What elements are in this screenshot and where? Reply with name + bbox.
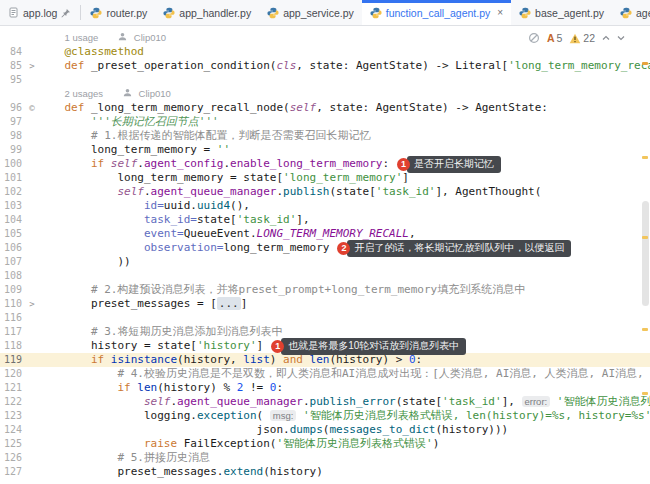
warning-count: 22: [583, 32, 595, 44]
code-text[interactable]: self.agent_queue_manager.publish_error(s…: [38, 395, 650, 409]
code-text[interactable]: logging.exception( msg: '智能体历史消息列表格式错误, …: [38, 409, 650, 423]
tab-app_service-py[interactable]: app_service.py: [259, 0, 362, 25]
code-token: if: [91, 353, 111, 366]
tab-app-log[interactable]: app.log: [0, 0, 79, 25]
code-text[interactable]: [38, 73, 650, 87]
code-text[interactable]: [38, 269, 650, 283]
code-token: observation=: [144, 241, 223, 254]
editor-tab-bar: app.logrouter.pyapp_handler.pyapp_servic…: [0, 0, 650, 26]
line-number[interactable]: 98: [0, 129, 26, 143]
code-token: len: [137, 381, 157, 394]
line-number[interactable]: 100: [0, 157, 26, 171]
tab-base_agent-py[interactable]: base_agent.py: [511, 0, 612, 25]
code-text[interactable]: def _long_term_memory_recall_node(self, …: [38, 101, 650, 115]
line-number[interactable]: 105: [0, 227, 26, 241]
stripe-mark[interactable]: [642, 62, 648, 65]
line-number[interactable]: 106: [0, 241, 26, 255]
line-number[interactable]: 99: [0, 143, 26, 157]
stripe-mark[interactable]: [642, 236, 648, 239]
scrollbar-thumb[interactable]: [642, 201, 649, 306]
code-text[interactable]: history = state['history']1也就是将最多10轮对话放到…: [38, 339, 650, 353]
fold-arrow-icon[interactable]: >: [26, 59, 38, 73]
fold-arrow-icon[interactable]: >: [26, 297, 38, 311]
code-text[interactable]: task_id=state['task_id'],: [38, 213, 650, 227]
code-text[interactable]: raise FailException('智能体历史消息列表格式错误'): [38, 437, 650, 451]
editor-scrollbar[interactable]: [640, 26, 650, 484]
line-number[interactable]: 124: [0, 423, 26, 437]
code-text[interactable]: [38, 311, 650, 325]
line-number[interactable]: 108: [0, 269, 26, 283]
code-text[interactable]: # 1.根据传递的智能体配置，判断是否需要召回长期记忆: [38, 129, 650, 143]
code-text[interactable]: if len(history) % 2 != 0:: [38, 381, 650, 395]
line-number[interactable]: 127: [0, 465, 26, 479]
code-text[interactable]: # 2.构建预设消息列表，并将preset_prompt+long_term_m…: [38, 283, 650, 297]
code-text[interactable]: id=uuid.uuid4(),: [38, 199, 650, 213]
inspections-widget[interactable]: A 5 22: [523, 30, 630, 46]
code-text[interactable]: )): [38, 255, 650, 269]
code-text[interactable]: # 4.校验历史消息是不是双数，即人类消息和AI消息成对出现：[人类消息, AI…: [38, 367, 650, 381]
next-problem-icon[interactable]: [617, 35, 625, 41]
typo-inspection-item[interactable]: A 5: [547, 32, 562, 44]
code-text[interactable]: if self.agent_config.enable_long_term_me…: [38, 157, 650, 171]
line-number[interactable]: 118: [0, 339, 26, 353]
stripe-mark[interactable]: [642, 156, 648, 159]
usages-inlay[interactable]: 2 usages: [65, 88, 104, 99]
code-text[interactable]: long_term_memory = state['long_term_memo…: [38, 171, 650, 185]
code-line: 101 long_term_memory = state['long_term_…: [0, 171, 650, 185]
line-number[interactable]: [0, 31, 26, 45]
line-number[interactable]: 121: [0, 381, 26, 395]
line-number[interactable]: 123: [0, 409, 26, 423]
warning-inspection-item[interactable]: 22: [569, 32, 595, 44]
line-number[interactable]: 103: [0, 199, 26, 213]
stripe-mark[interactable]: [642, 392, 648, 395]
prev-problem-icon[interactable]: [602, 35, 610, 41]
line-number[interactable]: 120: [0, 367, 26, 381]
line-number[interactable]: 119: [0, 353, 26, 367]
line-number[interactable]: 95: [0, 73, 26, 87]
code-text[interactable]: event=QueueEvent.LONG_TERM_MEMORY_RECALL…: [38, 227, 650, 241]
stripe-mark[interactable]: [642, 328, 648, 331]
author-inlay[interactable]: Clip010: [139, 88, 171, 99]
usages-inlay[interactable]: 1 usage: [65, 32, 99, 43]
line-number[interactable]: 84: [0, 45, 26, 59]
line-number[interactable]: 85: [0, 59, 26, 73]
code-text[interactable]: self.agent_queue_manager.publish(state['…: [38, 185, 650, 199]
tab-router-py[interactable]: router.py: [82, 0, 155, 25]
line-number[interactable]: 125: [0, 437, 26, 451]
line-number[interactable]: 109: [0, 283, 26, 297]
line-number[interactable]: 97: [0, 115, 26, 129]
line-number[interactable]: 104: [0, 213, 26, 227]
editor-pane: 1 usage Clip01084 @classmethod85> def _p…: [0, 26, 650, 484]
code-text[interactable]: long_term_memory = '': [38, 143, 650, 157]
line-number[interactable]: 96: [0, 101, 26, 115]
code-text[interactable]: preset_messages = [...]: [38, 297, 650, 311]
tab-app_handler-py[interactable]: app_handler.py: [155, 0, 259, 25]
code-text[interactable]: # 3.将短期历史消息添加到消息列表中: [38, 325, 650, 339]
code-text[interactable]: '''长期记忆召回节点''': [38, 115, 650, 129]
method-annotation-icon[interactable]: ©: [26, 101, 38, 115]
tab-agent_queue_manager-py[interactable]: agent_queue_manager.py: [612, 0, 650, 25]
line-number[interactable]: 110: [0, 297, 26, 311]
code-text[interactable]: # 5.拼接历史消息: [38, 451, 650, 465]
code-text[interactable]: def _preset_operation_condition(cls, sta…: [38, 59, 650, 73]
code-text[interactable]: @classmethod: [38, 45, 650, 59]
tab-label: router.py: [106, 7, 147, 19]
author-inlay[interactable]: Clip010: [134, 32, 166, 43]
tab-function_call_agent-py[interactable]: function_call_agent.py×: [362, 0, 511, 25]
line-number[interactable]: 107: [0, 255, 26, 269]
close-icon[interactable]: ×: [497, 7, 503, 18]
line-number[interactable]: 117: [0, 325, 26, 339]
code-text[interactable]: preset_messages.extend(history): [38, 465, 650, 479]
line-number[interactable]: 126: [0, 451, 26, 465]
code-text[interactable]: json.dumps(messages_to_dict(history))): [38, 423, 650, 437]
code-text[interactable]: 2 usages Clip010: [38, 87, 650, 101]
line-number[interactable]: 102: [0, 185, 26, 199]
code-token: (),: [230, 199, 250, 212]
line-number[interactable]: 122: [0, 395, 26, 409]
line-number[interactable]: 116: [0, 311, 26, 325]
code-line: 96© def _long_term_memory_recall_node(se…: [0, 101, 650, 115]
line-number[interactable]: [0, 87, 26, 101]
code-text[interactable]: observation=long_term_memory2开启了的话，将长期记忆…: [38, 241, 650, 255]
line-number[interactable]: 101: [0, 171, 26, 185]
code-text[interactable]: if isinstance(history, list) and len(his…: [38, 353, 650, 367]
